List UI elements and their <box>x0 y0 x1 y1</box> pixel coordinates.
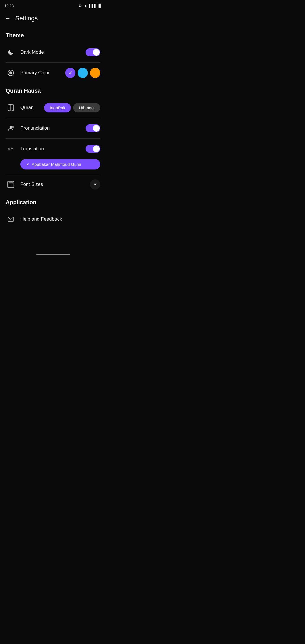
battery-icon: ▊ <box>99 4 101 8</box>
pronunciation-row[interactable]: Pronunciation <box>0 118 106 138</box>
font-sizes-icon <box>6 179 16 190</box>
nav-bar <box>0 252 106 259</box>
quran-hausa-section-label: Quran Hausa <box>0 83 106 97</box>
page-title: Settings <box>15 15 38 22</box>
primary-color-icon <box>6 68 16 78</box>
quran-style-buttons: IndoPak Uthmani <box>44 103 100 112</box>
font-sizes-dropdown-icon[interactable] <box>90 179 100 190</box>
signal-icon: ▌▌▌ <box>89 4 97 8</box>
translation-chip-label: Abubakar Mahmoud Gumi <box>32 162 81 167</box>
help-feedback-label: Help and Feedback <box>20 216 100 222</box>
status-time: 12:23 <box>5 4 14 8</box>
pronunciation-icon <box>6 123 16 133</box>
settings-status-icon: ⚙ <box>79 4 82 8</box>
quran-label: Quran <box>20 105 44 110</box>
application-section-label: Application <box>0 195 106 209</box>
svg-point-1 <box>9 71 12 74</box>
translation-chip-check-icon: ✓ <box>26 162 29 167</box>
nav-indicator <box>36 254 70 255</box>
font-sizes-row[interactable]: Font Sizes <box>0 174 106 195</box>
color-purple[interactable] <box>65 68 75 78</box>
wifi-icon: ▲ <box>84 4 87 8</box>
color-orange[interactable] <box>90 68 100 78</box>
dark-mode-toggle[interactable] <box>86 48 100 56</box>
color-blue[interactable] <box>78 68 88 78</box>
dark-mode-icon <box>6 47 16 57</box>
primary-color-row[interactable]: Primary Color <box>0 63 106 83</box>
svg-text:A: A <box>8 147 10 151</box>
translation-toggle-knob <box>93 145 100 152</box>
translation-toggle[interactable] <box>86 145 100 153</box>
pronunciation-label: Pronunciation <box>20 125 86 131</box>
dark-mode-label: Dark Mode <box>20 49 86 55</box>
svg-text:文: 文 <box>10 147 14 151</box>
status-bar: 12:23 ⚙ ▲ ▌▌▌ ▊ <box>0 0 106 11</box>
translation-icon: A 文 <box>6 144 16 154</box>
pronunciation-toggle-knob <box>93 125 100 132</box>
back-button[interactable]: ← <box>5 15 11 21</box>
help-feedback-row[interactable]: Help and Feedback <box>0 209 106 229</box>
uthmani-button[interactable]: Uthmani <box>73 103 100 112</box>
svg-point-8 <box>10 126 12 128</box>
header: ← Settings <box>0 11 106 25</box>
indopak-button[interactable]: IndoPak <box>44 103 71 112</box>
status-icons: ⚙ ▲ ▌▌▌ ▊ <box>79 4 101 8</box>
translation-chip[interactable]: ✓ Abubakar Mahmoud Gumi <box>20 159 100 169</box>
font-sizes-label: Font Sizes <box>20 182 90 187</box>
dark-mode-toggle-knob <box>93 49 100 56</box>
primary-color-label: Primary Color <box>20 70 65 76</box>
color-options <box>65 68 100 78</box>
pronunciation-toggle[interactable] <box>86 124 100 132</box>
help-feedback-icon <box>6 214 16 224</box>
quran-icon <box>6 103 16 113</box>
translation-label: Translation <box>20 146 86 152</box>
svg-rect-13 <box>8 181 14 188</box>
theme-section-label: Theme <box>0 28 106 42</box>
translation-row[interactable]: A 文 Translation <box>0 139 106 159</box>
bottom-spacer <box>0 229 106 252</box>
dark-mode-row[interactable]: Dark Mode <box>0 42 106 62</box>
quran-row[interactable]: Quran IndoPak Uthmani <box>0 97 106 118</box>
